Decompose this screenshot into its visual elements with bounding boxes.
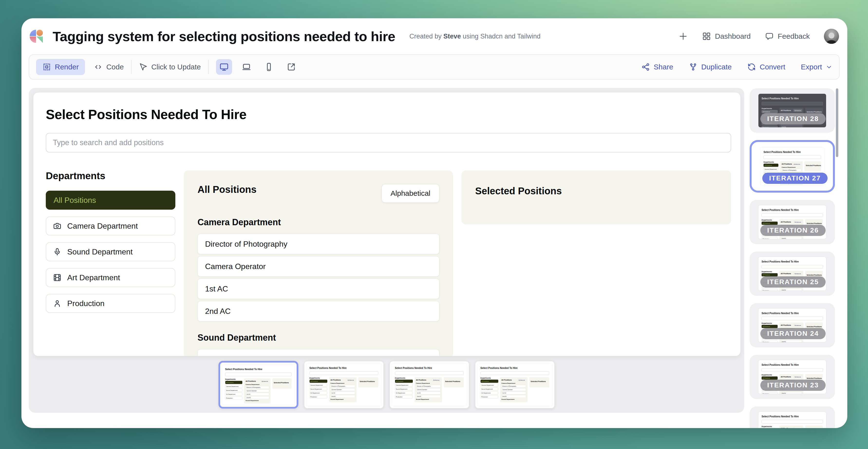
user-avatar[interactable]	[824, 29, 839, 44]
bottom-thumbnail-3[interactable]: Select Positions Needed To Hire Departme…	[390, 361, 469, 409]
logo-shape	[30, 30, 36, 36]
chevron-down-icon	[826, 64, 832, 70]
branch-icon	[689, 63, 698, 71]
mini-app-title: Select Positions Needed To Hire	[762, 260, 823, 263]
mini-position-item: 1st AC	[331, 391, 355, 394]
mini-department-button: All Positions	[762, 110, 778, 113]
mini-columns: Departments All Positions Camera Departm…	[395, 377, 464, 402]
mini-all-positions-panel: All Positions Alphabetical Camera Depart…	[414, 377, 442, 402]
mini-app-title: Select Positions Needed To Hire	[395, 367, 464, 370]
iteration-label: ITERATION 23	[761, 380, 826, 391]
app-window: Tagging system for selecting positions n…	[22, 18, 847, 428]
all-positions-panel: All Positions Alphabetical Camera Depart…	[184, 170, 453, 356]
mini-department-button: All Positions	[310, 380, 327, 383]
mini-selected-positions-panel: Selected Positions	[805, 426, 823, 428]
export-button[interactable]: Export	[801, 63, 832, 71]
mini-all-positions-heading: All Positions	[781, 221, 791, 223]
position-item[interactable]: Camera Operator	[197, 256, 439, 277]
feedback-button[interactable]: Feedback	[765, 32, 810, 41]
mini-all-positions-heading: All Positions	[781, 427, 791, 428]
mini-preview: Select Positions Needed To Hire Departme…	[392, 363, 467, 406]
mini-selected-positions-panel: Selected Positions	[358, 377, 378, 387]
device-popout-button[interactable]	[283, 59, 299, 75]
mini-departments: Departments All Positions Camera Departm…	[225, 378, 243, 400]
preview-canvas: Select Positions Needed To Hire Departme…	[29, 88, 744, 413]
bottom-thumbnail-1[interactable]: Select Positions Needed To Hire Departme…	[218, 361, 298, 409]
alphabetical-sort-button[interactable]: Alphabetical	[382, 184, 439, 202]
mini-alphabetical-button: Alphabetical	[432, 379, 440, 381]
mini-departments-heading: Departments	[762, 219, 778, 221]
bottom-thumbnail-4[interactable]: Select Positions Needed To Hire Departme…	[475, 361, 555, 409]
mini-columns: Departments All Positions Camera Departm…	[480, 377, 549, 402]
mini-app-title: Select Positions Needed To Hire	[764, 151, 821, 153]
iteration-card-27[interactable]: Select Positions Needed To Hire Departme…	[750, 140, 835, 193]
department-button-sound[interactable]: Sound Department	[46, 242, 175, 261]
department-button-all-positions[interactable]: All Positions	[46, 191, 175, 210]
mini-departments: Departments All Positions Camera Departm…	[310, 377, 327, 399]
mini-position-item: 2nd AC	[331, 395, 355, 398]
device-phone-button[interactable]	[261, 59, 277, 75]
iteration-card-26[interactable]: Select Positions Needed To Hire Departme…	[750, 200, 835, 244]
mini-department-button: Camera Department	[480, 384, 498, 387]
mini-department-button: Production	[395, 395, 413, 398]
mini-departments-heading: Departments	[395, 377, 413, 379]
duplicate-button[interactable]: Duplicate	[689, 63, 732, 71]
mini-department-button: Sound Department	[480, 387, 498, 391]
project-title: Tagging system for selecting positions n…	[53, 29, 395, 44]
mini-all-positions-heading: All Positions	[781, 273, 791, 275]
department-button-camera[interactable]: Camera Department	[46, 217, 175, 235]
mini-section-heading: Camera Department	[781, 166, 801, 168]
mini-department-button: All Positions	[762, 325, 778, 328]
mini-search-bar	[395, 371, 464, 375]
device-laptop-button[interactable]	[239, 59, 254, 75]
search-input[interactable]	[46, 133, 731, 153]
mini-alphabetical-button: Alphabetical	[794, 221, 802, 223]
code-tab[interactable]: Code	[94, 63, 124, 71]
laptop-icon	[242, 62, 251, 72]
mini-alphabetical-button: Alphabetical	[794, 427, 802, 428]
iteration-card-25[interactable]: Select Positions Needed To Hire Departme…	[750, 252, 835, 296]
dashboard-button[interactable]: Dashboard	[702, 32, 751, 41]
device-desktop-button[interactable]	[216, 59, 232, 75]
new-project-button[interactable]	[679, 32, 688, 41]
iteration-label: ITERATION 24	[761, 328, 826, 339]
mini-position-item: Director of Photography	[781, 169, 801, 172]
app-logo-icon[interactable]	[30, 30, 43, 43]
share-button[interactable]: Share	[641, 63, 673, 71]
mini-position-item: Camera Operator	[501, 388, 526, 391]
iteration-card-28[interactable]: Select Positions Needed To Hire Departme…	[750, 88, 835, 133]
avatar-photo	[824, 30, 839, 44]
position-item[interactable]: Sound Mixer	[197, 349, 439, 356]
mini-department-button: Production	[310, 395, 327, 398]
position-item[interactable]: 1st AC	[197, 279, 439, 299]
mini-department-button: Sound Department	[225, 389, 243, 392]
mini-app-title: Select Positions Needed To Hire	[225, 368, 291, 371]
mini-search-bar	[310, 371, 378, 375]
click-to-update-button[interactable]: Click to Update	[139, 63, 201, 71]
divider	[131, 60, 131, 74]
bottom-thumbnail-2[interactable]: Select Positions Needed To Hire Departme…	[304, 361, 384, 409]
sidebar-scrollbar[interactable]	[836, 88, 838, 157]
mini-all-positions-heading: All Positions	[246, 380, 256, 382]
mini-app-title: Select Positions Needed To Hire	[762, 312, 823, 315]
render-tab[interactable]: Render	[36, 59, 85, 75]
mini-alphabetical-button: Alphabetical	[794, 109, 802, 112]
mini-app-title: Select Positions Needed To Hire	[310, 367, 378, 370]
iteration-card-partial[interactable]: Select Positions Needed To Hire Departme…	[750, 406, 835, 428]
convert-button[interactable]: Convert	[747, 63, 785, 71]
created-by-text: Created by Steve using Shadcn and Tailwi…	[409, 33, 540, 40]
department-button-art[interactable]: Art Department	[46, 268, 175, 287]
mini-position-item: 2nd AC	[246, 396, 269, 399]
mini-position-item: 2nd AC	[781, 237, 802, 239]
mini-all-positions-panel: All Positions Alphabetical Camera Depart…	[500, 377, 528, 402]
position-item[interactable]: Director of Photography	[197, 234, 439, 254]
mini-position-item: 2nd AC	[781, 340, 802, 342]
mini-departments-heading: Departments	[762, 374, 778, 376]
department-button-production[interactable]: Production	[46, 294, 175, 313]
iteration-card-24[interactable]: Select Positions Needed To Hire Departme…	[750, 303, 835, 348]
iteration-card-23[interactable]: Select Positions Needed To Hire Departme…	[750, 355, 835, 399]
speech-bubble-icon	[765, 32, 774, 41]
mini-preview: Select Positions Needed To Hire Departme…	[222, 364, 295, 405]
mini-position-item: 2nd AC	[781, 289, 802, 290]
position-item[interactable]: 2nd AC	[197, 301, 439, 321]
